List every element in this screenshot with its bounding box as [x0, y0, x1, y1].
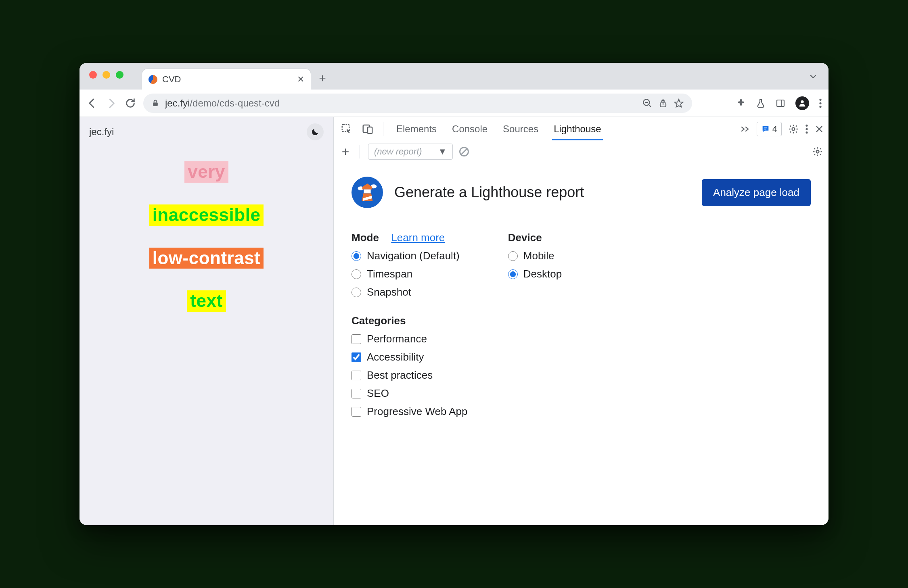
tab-title: CVD: [162, 74, 181, 85]
device-desktop-option[interactable]: Desktop: [508, 268, 562, 280]
cat-performance-label: Performance: [367, 333, 427, 345]
favicon-icon: [149, 75, 157, 84]
device-section: Device Mobile Desktop: [508, 231, 562, 298]
close-window-button[interactable]: [89, 71, 97, 79]
tab-close-button[interactable]: ✕: [297, 74, 304, 85]
cat-pwa-label: Progressive Web App: [367, 405, 468, 418]
site-label: jec.fyi: [89, 126, 114, 138]
lighthouse-settings-button[interactable]: [812, 146, 823, 157]
tab-overflow-button[interactable]: [808, 72, 818, 81]
mode-section: Mode Learn more Navigation (Default) Tim…: [351, 231, 460, 298]
tab-lighthouse[interactable]: Lighthouse: [552, 118, 603, 140]
more-tabs-button[interactable]: [741, 126, 750, 132]
share-icon[interactable]: [658, 98, 668, 108]
url-text: jec.fyi/demo/cds-quest-cvd: [165, 98, 636, 109]
cat-pwa-option[interactable]: Progressive Web App: [351, 405, 811, 418]
device-desktop-radio[interactable]: [508, 269, 518, 279]
cat-performance-checkbox[interactable]: [351, 334, 361, 344]
sample-inaccessible: inaccessible: [149, 204, 264, 226]
cat-seo-option[interactable]: SEO: [351, 387, 811, 400]
inspect-element-button[interactable]: [339, 121, 355, 137]
mode-snapshot-radio[interactable]: [351, 288, 361, 297]
devtools-close-button[interactable]: [815, 125, 824, 133]
fullscreen-window-button[interactable]: [116, 71, 123, 79]
mode-timespan-radio[interactable]: [351, 269, 361, 279]
new-report-button[interactable]: ＋: [339, 143, 351, 160]
cat-pwa-checkbox[interactable]: [351, 407, 361, 417]
svg-point-22: [816, 150, 819, 153]
cat-accessibility-checkbox[interactable]: [351, 352, 361, 362]
page-preview: jec.fyi very inaccessible low-contrast t…: [80, 117, 334, 525]
analyze-button[interactable]: Analyze page load: [702, 179, 811, 206]
nav-toolbar: jec.fyi/demo/cds-quest-cvd: [80, 90, 828, 117]
device-mobile-label: Mobile: [523, 250, 554, 262]
chrome-menu-button[interactable]: [819, 98, 822, 108]
issues-count: 4: [772, 124, 777, 134]
bookmark-star-icon[interactable]: [674, 98, 684, 108]
content-area: jec.fyi very inaccessible low-contrast t…: [80, 117, 828, 525]
mode-timespan-option[interactable]: Timespan: [351, 268, 460, 280]
svg-point-7: [801, 100, 803, 103]
url-host: jec.fyi: [165, 98, 190, 108]
lighthouse-body: Generate a Lighthouse report Analyze pag…: [334, 162, 828, 432]
forward-button[interactable]: [105, 97, 117, 109]
zoom-icon[interactable]: [642, 98, 653, 108]
device-desktop-label: Desktop: [523, 268, 562, 280]
device-mobile-option[interactable]: Mobile: [508, 250, 562, 262]
titlebar: CVD ✕ ＋: [80, 63, 828, 90]
tab-elements[interactable]: Elements: [395, 118, 438, 140]
cat-best-practices-checkbox[interactable]: [351, 371, 361, 380]
categories-heading: Categories: [351, 315, 811, 327]
learn-more-link[interactable]: Learn more: [391, 231, 445, 244]
devtools-settings-button[interactable]: [788, 124, 799, 134]
tab-console[interactable]: Console: [450, 118, 489, 140]
cat-best-practices-label: Best practices: [367, 369, 433, 382]
lighthouse-header: Generate a Lighthouse report Analyze pag…: [351, 177, 811, 208]
sidebar-icon[interactable]: [775, 98, 786, 108]
theme-toggle-button[interactable]: [307, 123, 324, 140]
browser-window: CVD ✕ ＋ jec.fyi/demo/cds-quest-cvd: [80, 63, 828, 525]
device-toolbar-button[interactable]: [360, 121, 376, 137]
lighthouse-title: Generate a Lighthouse report: [394, 184, 584, 201]
extensions-icon[interactable]: [736, 98, 746, 108]
svg-rect-0: [153, 102, 158, 106]
lock-icon: [151, 99, 159, 108]
tab-sources[interactable]: Sources: [501, 118, 540, 140]
labs-icon[interactable]: [756, 98, 766, 109]
cat-performance-option[interactable]: Performance: [351, 333, 811, 345]
minimize-window-button[interactable]: [103, 71, 110, 79]
profile-avatar[interactable]: [795, 96, 809, 110]
mode-timespan-label: Timespan: [367, 268, 412, 280]
mode-heading: Mode: [351, 231, 379, 244]
omnibox[interactable]: jec.fyi/demo/cds-quest-cvd: [143, 94, 692, 113]
cat-accessibility-option[interactable]: Accessibility: [351, 351, 811, 363]
clear-button[interactable]: [458, 146, 470, 157]
svg-point-18: [805, 128, 808, 130]
new-tab-button[interactable]: ＋: [317, 70, 328, 85]
mode-navigation-option[interactable]: Navigation (Default): [351, 250, 460, 262]
report-select-label: (new report): [374, 146, 422, 157]
chevron-down-icon: ▼: [438, 146, 447, 157]
svg-point-16: [792, 127, 795, 130]
issues-chip[interactable]: 4: [757, 122, 782, 136]
devtools-tabbar: Elements Console Sources Lighthouse 4: [334, 117, 828, 141]
mode-navigation-radio[interactable]: [351, 251, 361, 261]
svg-line-2: [649, 104, 651, 106]
cat-best-practices-option[interactable]: Best practices: [351, 369, 811, 382]
svg-point-8: [819, 98, 821, 100]
back-button[interactable]: [86, 97, 98, 109]
report-select[interactable]: (new report) ▼: [368, 144, 453, 160]
cat-seo-checkbox[interactable]: [351, 389, 361, 398]
browser-tab[interactable]: CVD ✕: [142, 69, 311, 90]
device-mobile-radio[interactable]: [508, 251, 518, 261]
categories-section: Categories Performance Accessibility: [351, 315, 811, 418]
cat-accessibility-label: Accessibility: [367, 351, 424, 363]
devtools-menu-button[interactable]: [805, 124, 808, 134]
svg-point-19: [805, 131, 808, 133]
lighthouse-logo-icon: [351, 177, 383, 208]
sample-very: very: [184, 161, 228, 183]
mode-snapshot-option[interactable]: Snapshot: [351, 286, 460, 298]
svg-rect-13: [368, 127, 372, 133]
devtools-panel: Elements Console Sources Lighthouse 4: [334, 117, 828, 525]
reload-button[interactable]: [125, 98, 136, 109]
